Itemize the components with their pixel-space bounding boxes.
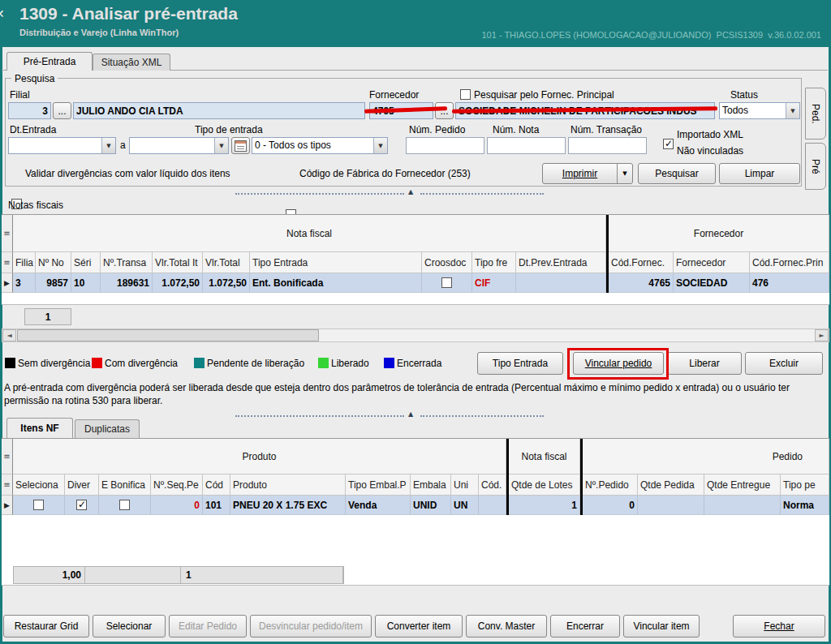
cell-cod-fornec-prin[interactable]: 476 — [750, 273, 829, 293]
cell-num-pedido[interactable]: 0 — [583, 496, 638, 515]
column-header[interactable]: Uni — [451, 474, 479, 496]
cell-cod2[interactable] — [479, 496, 506, 515]
cell-cod-fornec[interactable]: 4765 — [609, 273, 674, 293]
fornecedor-code-input[interactable] — [369, 102, 433, 119]
num-nota-input[interactable] — [487, 137, 566, 154]
itens-data-row[interactable]: ▶ 0 101 PNEU 20 X 1.75 EXC Venda UNID UN… — [2, 496, 829, 515]
divergencia-checkbox[interactable] — [76, 500, 87, 510]
filial-browse-button[interactable]: ... — [53, 102, 71, 119]
column-header[interactable]: Cód — [203, 474, 230, 496]
encerrar-button[interactable]: Encerrar — [550, 615, 620, 638]
column-header[interactable]: Qtde de Lotes — [509, 474, 580, 496]
cell-produto[interactable]: PNEU 20 X 1.75 EXC — [230, 496, 346, 515]
fornecedor-name-input[interactable] — [455, 102, 715, 119]
cell-tipo-pedido[interactable]: Norma — [781, 496, 829, 515]
tab-duplicatas[interactable]: Duplicatas — [75, 419, 140, 438]
column-header[interactable]: Fornecedor — [674, 252, 750, 273]
column-header[interactable]: Vlr.Total — [203, 252, 250, 273]
cell-num-transacao[interactable]: 189631 — [101, 273, 153, 293]
tipo-entrada-select[interactable]: 0 - Todos os tipos ▼ — [252, 137, 388, 154]
column-header[interactable]: Diver — [65, 474, 99, 496]
cell-qtde-entregue[interactable] — [704, 496, 781, 515]
date-from-select[interactable]: ▼ — [8, 137, 116, 154]
fechar-button[interactable]: Fechar — [733, 615, 825, 638]
cell-vlr-total-itens[interactable]: 1.072,50 — [153, 273, 203, 293]
column-header[interactable]: Filia — [13, 252, 36, 273]
scroll-thumb[interactable] — [17, 329, 319, 341]
croosdoc-checkbox[interactable] — [441, 277, 452, 288]
vincular-item-button[interactable]: Vincular item — [623, 615, 700, 638]
column-header[interactable]: E Bonifica — [99, 474, 151, 496]
editar-pedido-button[interactable]: Editar Pedido — [169, 615, 247, 638]
cell-croosdoc[interactable] — [422, 273, 472, 293]
bonificada-checkbox[interactable] — [119, 500, 130, 510]
cell-tipo-frete[interactable]: CIF — [472, 273, 516, 293]
column-header[interactable]: Tipo pe — [781, 474, 829, 496]
cell-tipo-embalagem[interactable]: Venda — [346, 496, 411, 515]
importado-xml-checkbox[interactable] — [663, 139, 674, 149]
cell-num-nota[interactable]: 9857 — [36, 273, 71, 293]
column-header[interactable]: Tipo Entrada — [250, 252, 422, 273]
column-header[interactable]: Dt.Prev.Entrada — [516, 252, 606, 273]
column-header[interactable]: Séri — [71, 252, 101, 273]
column-header[interactable]: Nº.Seq.Pe — [151, 474, 203, 496]
conv-master-button[interactable]: Conv. Master — [466, 615, 547, 638]
side-tab-pre[interactable]: Pré — [805, 143, 826, 190]
restaurar-grid-button[interactable]: Restaurar Grid — [3, 615, 89, 638]
pesquisar-fornec-principal-checkbox[interactable] — [460, 89, 471, 100]
splitter-collapse-icon[interactable]: ▲ — [408, 189, 413, 195]
splitter-bottom[interactable]: ▲ — [0, 410, 831, 418]
tab-pre-entrada[interactable]: Pré-Entrada — [6, 52, 93, 71]
selecionar-button[interactable]: Selecionar — [93, 615, 166, 638]
column-header[interactable]: Cód.Fornec. — [609, 252, 674, 273]
vincular-pedido-button[interactable]: Vincular pedido — [573, 352, 664, 375]
converter-item-button[interactable]: Converter item — [375, 615, 463, 638]
splitter-collapse-icon[interactable]: ▲ — [408, 411, 413, 418]
column-header[interactable]: Cód.Fornec.Prin — [750, 252, 829, 273]
column-header[interactable]: Croosdoc — [422, 252, 472, 273]
liberar-button[interactable]: Liberar — [667, 352, 742, 375]
column-header[interactable]: Nº.Transa — [101, 252, 153, 273]
column-header[interactable]: Embala — [411, 474, 451, 496]
cell-selecionado[interactable] — [13, 496, 65, 515]
cell-qtde-lotes[interactable]: 1 — [509, 496, 580, 515]
num-transacao-input[interactable] — [568, 137, 647, 154]
cell-divergencia[interactable] — [65, 496, 99, 515]
scroll-right-button[interactable]: ► — [815, 329, 829, 341]
column-header[interactable]: Seleciona — [13, 474, 65, 496]
imprimir-button[interactable]: Imprimir ▼ — [542, 163, 633, 184]
cell-bonificada[interactable] — [99, 496, 151, 515]
cell-vlr-total[interactable]: 1.072,50 — [203, 273, 250, 293]
filial-name-input[interactable] — [73, 102, 365, 119]
scroll-left-button[interactable]: ◄ — [2, 329, 16, 341]
selecionado-checkbox[interactable] — [33, 500, 44, 510]
cell-embalagem[interactable]: UNID — [411, 496, 451, 515]
column-header[interactable]: Qtde Entregue — [704, 474, 781, 496]
column-header[interactable]: Cód. — [479, 474, 506, 496]
excluir-button[interactable]: Excluir — [745, 352, 823, 375]
cell-fornecedor[interactable]: SOCIEDAD — [674, 273, 750, 293]
tipo-entrada-button[interactable]: Tipo Entrada — [477, 352, 563, 375]
cell-filial[interactable]: 3 — [13, 273, 36, 293]
column-header[interactable]: Qtde Pedida — [638, 474, 704, 496]
side-tab-ped[interactable]: Ped. — [805, 88, 826, 140]
notas-hscrollbar[interactable]: ◄ ► — [2, 328, 829, 342]
cell-serie[interactable]: 10 — [71, 273, 101, 293]
splitter-top[interactable]: ▲ — [0, 189, 831, 197]
column-header[interactable]: Produto — [230, 474, 346, 496]
fornecedor-browse-button[interactable]: ... — [435, 102, 454, 119]
cell-tipo-entrada[interactable]: Ent. Bonificada — [250, 273, 422, 293]
cell-seq[interactable]: 0 — [151, 496, 203, 515]
limpar-button[interactable]: Limpar — [719, 163, 800, 184]
status-select[interactable]: Todos ▼ — [719, 102, 800, 119]
column-header[interactable]: Tipo fre — [472, 252, 516, 273]
cell-cod[interactable]: 101 — [203, 496, 230, 515]
column-header[interactable]: Nº No — [36, 252, 71, 273]
desvincular-pedido-item-button[interactable]: Desvincular pedido/item — [250, 615, 372, 638]
tab-situacao-xml[interactable]: Situação XML — [93, 54, 170, 71]
cell-dt-prev-entrada[interactable] — [516, 273, 606, 293]
cell-unidade[interactable]: UN — [451, 496, 479, 515]
tab-itens-nf[interactable]: Itens NF — [6, 418, 73, 438]
close-icon[interactable]: ✕ — [0, 7, 5, 20]
date-to-select[interactable]: ▼ — [129, 137, 229, 154]
